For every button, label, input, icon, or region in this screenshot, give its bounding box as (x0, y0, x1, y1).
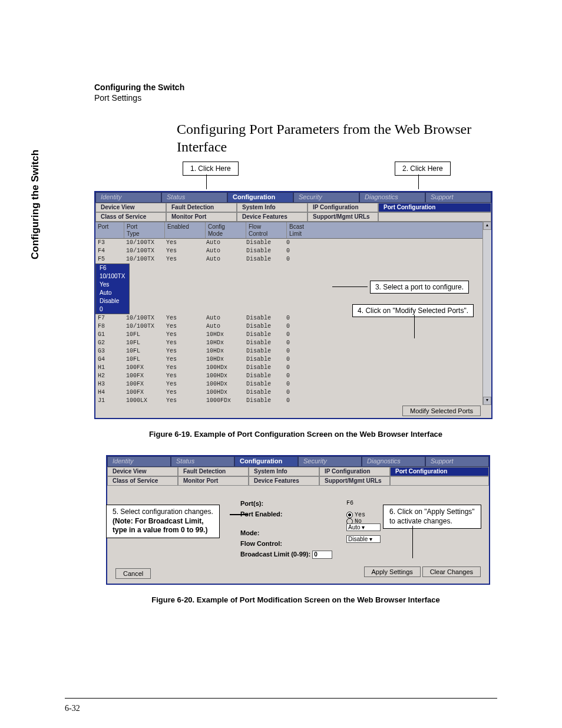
cell-bcast: 0 (284, 247, 482, 255)
flow-select[interactable]: Disable ▾ (346, 535, 381, 543)
cell-flow: Disable (244, 331, 284, 339)
cell-type: 100FX (124, 388, 164, 397)
subtab-fault-detection[interactable]: Fault Detection (166, 203, 237, 212)
table-row[interactable]: H2100FXYes100HDxDisable0 (95, 372, 482, 380)
cell-type: 10/100TX (124, 247, 164, 255)
tab-security[interactable]: Security (298, 456, 362, 467)
table-row[interactable]: H1100FXYes100HDxDisable0 (95, 364, 482, 372)
cell-mode: 10HDx (204, 355, 244, 364)
cell-mode: Auto (204, 239, 244, 247)
table-row[interactable]: G210FLYes10HDxDisable0 (95, 339, 482, 347)
tab-identity[interactable]: Identity (95, 192, 161, 203)
tab-security[interactable]: Security (293, 192, 359, 203)
cell-port: G1 (95, 331, 124, 339)
subtab-device-features[interactable]: Device Features (249, 476, 319, 486)
annotation-6-line (412, 526, 413, 558)
annotation-3-line (332, 286, 368, 287)
figure-caption-1: Figure 6-19. Example of Port Configurati… (94, 430, 497, 439)
table-row[interactable]: F310/100TXYesAutoDisable0 (95, 239, 482, 247)
tab-configuration[interactable]: Configuration (234, 456, 298, 467)
tab-status[interactable]: Status (161, 192, 227, 203)
cell-flow: Disable (244, 322, 284, 331)
tab-diagnostics[interactable]: Diagnostics (359, 192, 425, 203)
scroll-up-icon[interactable]: ▴ (483, 222, 491, 230)
cell-port: H1 (95, 364, 124, 372)
cell-mode: Auto (204, 247, 244, 255)
cell-type: 10/100TX (124, 255, 164, 263)
tab-identity[interactable]: Identity (107, 456, 171, 467)
subtab-port-configuration[interactable]: Port Configuration (390, 467, 489, 476)
scroll-down-icon[interactable]: ▾ (483, 397, 491, 405)
col-type: Port Type (124, 222, 165, 238)
subtab-system-info[interactable]: System Info (249, 467, 319, 476)
cell-port: F6 (97, 264, 125, 272)
table-row[interactable]: H4100FXYes100HDxDisable0 (95, 388, 482, 397)
col-port: Port (95, 222, 124, 238)
subtab-system-info[interactable]: System Info (237, 203, 308, 212)
scrollbar[interactable]: ▴ ▾ (482, 222, 491, 405)
subtab-port-configuration[interactable]: Port Configuration (378, 203, 491, 212)
tab-status[interactable]: Status (171, 456, 234, 467)
table-row[interactable]: H3100FXYes100HDxDisable0 (95, 380, 482, 388)
cell-enabled: Yes (164, 388, 204, 397)
subtab-class-of-service[interactable]: Class of Service (107, 476, 178, 486)
page-number: 6-32 (65, 704, 80, 713)
subtab-support-mgmt-urls[interactable]: Support/Mgmt URLs (308, 212, 378, 222)
subtab-ip-configuration[interactable]: IP Configuration (308, 203, 378, 212)
cell-mode: 10HDx (204, 331, 244, 339)
cell-type: 10FL (124, 355, 164, 364)
tab-configuration[interactable]: Configuration (227, 192, 293, 203)
cell-enabled: Yes (164, 372, 204, 380)
cell-enabled: Yes (164, 247, 204, 255)
table-row[interactable]: J11000LXYes1000FDxDisable0 (95, 397, 482, 405)
tab-diagnostics[interactable]: Diagnostics (362, 456, 425, 467)
col-enabled: Enabled (165, 222, 206, 238)
cell-bcast: 0 (284, 380, 482, 388)
table-row[interactable]: G110FLYes10HDxDisable0 (95, 331, 482, 339)
clear-changes-button[interactable]: Clear Changes (422, 566, 481, 577)
cell-enabled: Yes (164, 322, 204, 331)
cell-flow: Disable (244, 239, 284, 247)
tab-support[interactable]: Support (425, 192, 491, 203)
tab-support[interactable]: Support (425, 456, 489, 467)
table-row[interactable]: G410FLYes10HDxDisable0 (95, 355, 482, 364)
table-row[interactable]: F610/100TXYesAutoDisable0 (95, 263, 130, 314)
subtab-class-of-service[interactable]: Class of Service (95, 212, 166, 222)
cell-mode: 100HDx (204, 372, 244, 380)
page-title: Configuring Port Parameters from the Web… (177, 120, 483, 156)
broadcast-limit-input[interactable]: 0 (312, 551, 332, 559)
cancel-button[interactable]: Cancel (115, 568, 151, 579)
form-mode-label: Mode: (240, 529, 346, 536)
cell-type: 10/100TX (124, 322, 164, 331)
subtab-device-features[interactable]: Device Features (237, 212, 308, 222)
table-row[interactable]: F410/100TXYesAutoDisable0 (95, 247, 482, 255)
subtab-monitor-port[interactable]: Monitor Port (166, 212, 237, 222)
cell-type: 100FX (124, 364, 164, 372)
subtab-device-view[interactable]: Device View (95, 203, 166, 212)
cell-flow: Disable (97, 297, 137, 305)
cell-enabled: Yes (164, 355, 204, 364)
side-tab: Configuring the Switch (29, 150, 41, 259)
mode-select[interactable]: Auto ▾ (346, 523, 381, 531)
cell-port: F5 (95, 255, 124, 263)
cell-bcast: 0 (284, 339, 482, 347)
subtab-monitor-port[interactable]: Monitor Port (178, 476, 249, 486)
cell-bcast: 0 (284, 255, 482, 263)
table-row[interactable]: F510/100TXYesAutoDisable0 (95, 255, 482, 263)
cell-type: 10/100TX (124, 314, 164, 322)
radio-yes-label: Yes (355, 512, 365, 518)
subtab-support-mgmt-urls[interactable]: Support/Mgmt URLs (319, 476, 390, 486)
form-enabled-label: Port Enabled: (240, 510, 346, 518)
cell-port: H4 (95, 388, 124, 397)
modify-selected-ports-button[interactable]: Modify Selected Ports (402, 406, 481, 416)
cell-port: F4 (95, 247, 124, 255)
subtab-ip-configuration[interactable]: IP Configuration (319, 467, 390, 476)
table-row[interactable]: F810/100TXYesAutoDisable0 (95, 322, 482, 331)
table-row[interactable]: G310FLYes10HDxDisable0 (95, 347, 482, 355)
figure-caption-2: Figure 6-20. Example of Port Modificatio… (94, 595, 497, 604)
cell-type: 10/100TX (97, 272, 137, 281)
subtab-device-view[interactable]: Device View (107, 467, 178, 476)
apply-settings-button[interactable]: Apply Settings (364, 566, 421, 577)
subtab-fault-detection[interactable]: Fault Detection (178, 467, 249, 476)
radio-enabled-yes[interactable] (346, 512, 355, 518)
